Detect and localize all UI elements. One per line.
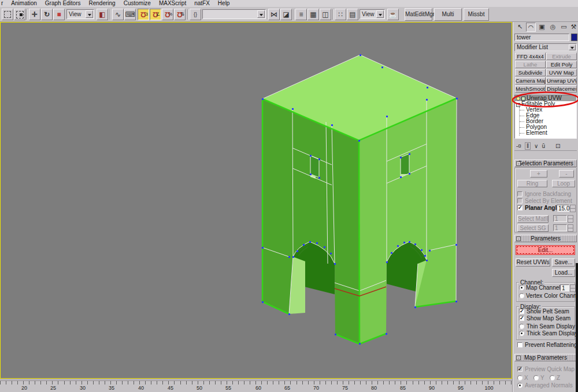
collapse-minus-icon[interactable]: - bbox=[516, 161, 521, 166]
material-editor-icon[interactable]: ∷ bbox=[335, 9, 346, 20]
planar-angle-field[interactable]: 15.0 bbox=[557, 205, 569, 212]
tab-mateditmgr[interactable]: MatEditMgr bbox=[405, 8, 432, 21]
display-tab-icon[interactable]: ▭ bbox=[559, 23, 569, 32]
vertex-color-radio[interactable] bbox=[519, 293, 524, 298]
show-pelt-seam-checkbox[interactable] bbox=[519, 309, 524, 314]
dropdown-arrow-icon[interactable] bbox=[257, 10, 265, 18]
menu-item-partial[interactable]: r bbox=[1, 0, 3, 7]
show-map-seam-label: Show Map Seam bbox=[527, 315, 570, 321]
tab-multi-modify[interactable]: Multi Modify bbox=[434, 8, 462, 21]
averaged-normals-label: Averaged Normals bbox=[525, 382, 573, 389]
modify-tab-icon[interactable]: ◠ bbox=[526, 23, 536, 32]
collapse-minus-icon[interactable]: - bbox=[516, 356, 521, 360]
spinner-snap-icon[interactable]: Ω⇅ bbox=[174, 9, 186, 20]
button-uvw-map[interactable]: UVW Map bbox=[546, 69, 577, 76]
align-icon[interactable]: ◪ bbox=[280, 9, 292, 20]
panel-scrollbar[interactable] bbox=[576, 263, 578, 392]
menu-item-natfx[interactable]: natFX bbox=[194, 0, 210, 7]
modifier-stack[interactable]: Unwrap UVW -Editable Poly Vertex Edge Bo… bbox=[514, 95, 577, 139]
select-matid-button: Select MatID bbox=[517, 215, 549, 223]
schematic-view-icon[interactable]: ◫ bbox=[320, 9, 331, 20]
ignore-backfacing-label: Ignore Backfacing bbox=[525, 191, 571, 197]
select-and-manipulate-icon[interactable]: ∿ bbox=[112, 9, 124, 20]
lightbulb-icon[interactable] bbox=[516, 97, 520, 101]
show-end-result-icon[interactable]: ‖ bbox=[525, 142, 531, 150]
rollout-parameters[interactable]: - Parameters bbox=[514, 235, 577, 242]
reference-coordinate-dropdown[interactable]: View bbox=[66, 9, 94, 19]
menu-item-customize[interactable]: Customize bbox=[124, 0, 151, 7]
render-type-value: View bbox=[362, 11, 375, 17]
tab-missbt[interactable]: Missbt bbox=[464, 8, 489, 21]
curve-editor-icon[interactable]: ▦ bbox=[307, 9, 319, 20]
stack-subitem-element[interactable]: Element bbox=[520, 130, 576, 136]
load-button[interactable]: Load... bbox=[552, 269, 575, 277]
create-tab-icon[interactable]: ↖ bbox=[515, 23, 525, 32]
angle-snap-icon[interactable]: Ω∠ bbox=[150, 9, 161, 20]
reset-uvws-button[interactable]: Reset UVWs bbox=[516, 258, 550, 267]
collapse-minus-icon[interactable]: - bbox=[516, 236, 521, 241]
map-channel-spinner[interactable] bbox=[570, 284, 575, 291]
show-map-seam-checkbox[interactable] bbox=[519, 316, 524, 321]
render-setup-icon[interactable]: ▤ bbox=[347, 9, 358, 20]
button-unwrap-uvw[interactable]: Unwrap UVW bbox=[546, 77, 577, 84]
object-name-field[interactable]: tower bbox=[514, 34, 569, 41]
render-type-dropdown[interactable]: View bbox=[360, 9, 385, 19]
planar-angle-spinner[interactable] bbox=[570, 205, 575, 212]
dropdown-arrow-icon[interactable] bbox=[86, 10, 93, 18]
layer-manager-icon[interactable]: ≡ bbox=[295, 9, 307, 20]
save-button[interactable]: Save... bbox=[552, 258, 575, 267]
rollout-map-parameters[interactable]: - Map Parameters bbox=[514, 354, 577, 361]
keyboard-override-icon[interactable]: ⌨ bbox=[124, 9, 136, 20]
hierarchy-tab-icon[interactable]: ▣ bbox=[537, 23, 547, 32]
rotate-icon[interactable]: ↻ bbox=[41, 9, 53, 20]
use-pivot-point-icon[interactable]: ◧ bbox=[97, 9, 108, 20]
crossing-selection-icon[interactable] bbox=[14, 9, 25, 20]
shrink-selection-button: - bbox=[559, 170, 574, 177]
planar-angle-checkbox[interactable] bbox=[517, 205, 523, 210]
dropdown-arrow-icon[interactable] bbox=[376, 10, 384, 18]
preview-quick-map-checkbox bbox=[517, 367, 523, 372]
button-camera-map[interactable]: Camera Map bbox=[515, 77, 546, 84]
dropdown-arrow-icon[interactable] bbox=[569, 45, 576, 50]
utilities-tab-icon[interactable]: ⚒ bbox=[569, 23, 578, 32]
object-color-swatch[interactable] bbox=[571, 34, 577, 41]
perspective-viewport[interactable] bbox=[0, 22, 512, 379]
edit-uvw-button[interactable]: Edit... bbox=[516, 245, 575, 255]
map-channel-radio[interactable] bbox=[519, 285, 524, 290]
button-ffd4x4x4[interactable]: FFD 4x4x4 bbox=[515, 53, 546, 60]
motion-tab-icon[interactable]: ◎ bbox=[548, 23, 558, 32]
pin-stack-icon[interactable]: -¤ bbox=[516, 143, 521, 149]
percent-snap-icon[interactable]: Ω% bbox=[162, 9, 173, 20]
named-selection-dropdown[interactable] bbox=[202, 9, 266, 19]
menu-item-graph-editors[interactable]: Graph Editors bbox=[45, 0, 81, 7]
rollout-selection-parameters[interactable]: - Selection Parameters bbox=[514, 160, 577, 167]
thick-seam-radio[interactable] bbox=[519, 331, 524, 336]
rectangular-selection-icon[interactable] bbox=[2, 9, 13, 20]
menu-item-rendering[interactable]: Rendering bbox=[89, 0, 116, 7]
track-bar-ruler[interactable]: 20253035404550556065707580859095100 bbox=[0, 379, 513, 392]
menu-item-animation[interactable]: Animation bbox=[11, 0, 36, 7]
make-unique-icon[interactable]: ∨ bbox=[534, 143, 538, 149]
button-edit-poly[interactable]: Edit Poly bbox=[546, 61, 577, 68]
thin-seam-radio[interactable] bbox=[519, 324, 524, 329]
named-selection-sets-icon[interactable]: {} bbox=[190, 9, 201, 20]
snap-toggle-3d-icon[interactable]: Ω3 bbox=[138, 9, 149, 20]
remove-modifier-icon[interactable]: ū bbox=[542, 143, 545, 149]
quick-render-teapot-icon[interactable]: ☕ bbox=[387, 9, 399, 20]
mirror-icon[interactable]: ⋈ bbox=[268, 9, 280, 20]
prevent-reflattening-checkbox[interactable] bbox=[517, 342, 523, 347]
collapse-minus-icon[interactable]: - bbox=[516, 103, 520, 107]
viewport-canvas[interactable] bbox=[1, 23, 512, 378]
menu-item-maxscript[interactable]: MAXScript bbox=[159, 0, 186, 7]
button-meshsmooth[interactable]: MeshSmooth bbox=[515, 85, 546, 93]
move-icon[interactable]: ✛ bbox=[29, 9, 40, 20]
map-channel-field[interactable]: 1 bbox=[560, 284, 569, 291]
modifier-list-dropdown[interactable]: Modifier List bbox=[514, 43, 577, 51]
menu-item-help[interactable]: Help bbox=[218, 0, 230, 7]
button-displacement[interactable]: Displacement bbox=[546, 85, 577, 93]
select-sg-button: Select SG bbox=[517, 224, 549, 232]
scale-icon[interactable]: ■ bbox=[53, 9, 65, 20]
configure-modifier-sets-icon[interactable]: ⊡ bbox=[555, 143, 560, 149]
stack-item-editable-poly[interactable]: -Editable Poly bbox=[515, 101, 576, 107]
button-subdivide[interactable]: Subdivide bbox=[515, 69, 546, 76]
